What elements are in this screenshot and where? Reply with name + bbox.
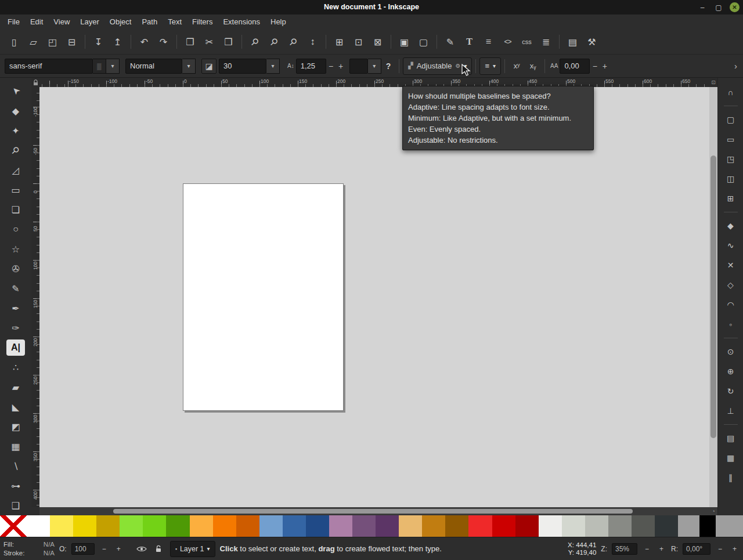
palette-swatch-4[interactable] (120, 515, 143, 537)
toolbar-text-dialog-button[interactable]: T (460, 32, 479, 51)
palette-swatch-5[interactable] (143, 515, 166, 537)
zoom-in-button[interactable]: + (657, 545, 666, 553)
font-preview-icon[interactable]: ▒ (93, 59, 106, 74)
minimize-button[interactable]: – (697, 2, 708, 13)
vertical-scrollbar[interactable] (709, 87, 717, 507)
snap-rotation-centers-toggle[interactable]: ↻ (723, 383, 739, 399)
snap-bbox-centers-toggle[interactable]: ⊞ (723, 190, 739, 207)
vertical-ruler[interactable]: -100-50050100150200250300350400 (31, 87, 40, 507)
toolbar-duplicate-button[interactable]: ⊞ (330, 32, 349, 51)
menu-edit[interactable]: Edit (25, 15, 48, 30)
snap-path-intersections-toggle[interactable]: ✕ (723, 257, 739, 273)
toolbar-ungroup-button[interactable]: ▢ (414, 32, 433, 51)
spiral-tool[interactable]: ✇ (6, 259, 26, 279)
connector-tool[interactable]: ⊶ (6, 476, 26, 496)
palette-swatch-11[interactable] (283, 515, 306, 537)
toolbar-copy-button[interactable]: ❐ (181, 32, 200, 51)
horizontal-scrollbar-thumb[interactable] (113, 509, 633, 514)
palette-swatch-2[interactable] (73, 515, 96, 537)
horizontal-ruler[interactable]: -150-100-5005010015020025030035040045050… (39, 78, 709, 88)
maximize-button[interactable]: ▢ (713, 2, 724, 13)
palette-swatch-black[interactable] (699, 515, 716, 537)
snap-cusp-nodes-toggle[interactable]: ◇ (723, 277, 739, 293)
palette-swatch-18[interactable] (445, 515, 468, 537)
letter-spacing-increase-button[interactable]: + (600, 62, 609, 71)
font-size-icon[interactable]: ◪ (201, 59, 217, 74)
font-size-dropdown[interactable]: ▾ (266, 59, 280, 74)
gradient-tool[interactable]: ◩ (6, 417, 26, 436)
palette-swatch-15[interactable] (376, 515, 399, 537)
palette-swatch-23[interactable] (562, 515, 585, 537)
zoom-out-button[interactable]: − (642, 545, 652, 553)
bucket-fill-tool[interactable]: ◣ (6, 397, 26, 417)
toolbar-export-button[interactable]: ↥ (108, 32, 127, 51)
rotation-input[interactable] (683, 543, 710, 555)
vertical-scrollbar-thumb[interactable] (710, 156, 716, 438)
layer-visibility-icon[interactable] (136, 545, 147, 552)
snap-paths-toggle[interactable]: ∿ (723, 237, 739, 254)
help-icon[interactable]: ? (386, 62, 391, 71)
ellipse-tool[interactable]: ○ (6, 219, 26, 239)
line-height-unit-dropdown[interactable]: ▾ (368, 59, 381, 74)
menu-filters[interactable]: Filters (187, 15, 218, 30)
snap-bbox-edge-midpoints-toggle[interactable]: ◫ (723, 171, 739, 187)
subscript-button[interactable]: xᵧ (525, 58, 541, 74)
toolbar-redo-button[interactable]: ↷ (154, 32, 173, 51)
menu-extensions[interactable]: Extensions (218, 15, 265, 30)
toolbar-cut-button[interactable]: ✂ (200, 32, 219, 51)
toolbar-xml-editor-button[interactable]: <> (498, 32, 517, 51)
palette-swatch-17[interactable] (422, 515, 445, 537)
snap-page-border-toggle[interactable]: ▤ (723, 430, 739, 446)
font-style-dropdown[interactable]: ▾ (182, 59, 196, 74)
ruler-toggle-icon[interactable]: ⊡ (709, 78, 717, 87)
text-tool[interactable]: A| (6, 339, 25, 356)
calligraphy-tool[interactable]: ✑ (6, 318, 26, 338)
palette-swatch-26[interactable] (632, 515, 655, 537)
toolbar-overflow-icon[interactable]: › (734, 61, 737, 71)
toolbar-save-button[interactable]: ◰ (43, 32, 62, 51)
opacity-increase-button[interactable]: + (114, 545, 124, 553)
menu-path[interactable]: Path (136, 15, 163, 30)
palette-swatch-8[interactable] (213, 515, 236, 537)
snap-smooth-nodes-toggle[interactable]: ◠ (723, 297, 739, 313)
toolbar-new-document-button[interactable]: ▯ (5, 32, 24, 51)
canvas[interactable] (39, 87, 709, 507)
toolbar-group-button[interactable]: ▣ (395, 32, 414, 51)
font-size-input[interactable] (219, 59, 266, 74)
snap-object-centers-toggle[interactable]: ⊕ (723, 363, 739, 380)
palette-swatch-1[interactable] (50, 515, 73, 537)
palette-swatch-20[interactable] (492, 515, 515, 537)
rotation-decrease-button[interactable]: − (715, 545, 725, 553)
snap-bbox-edges-toggle[interactable]: ▭ (723, 131, 739, 147)
font-family-input[interactable] (5, 59, 93, 74)
snap-nodes-toggle[interactable]: ◆ (723, 218, 739, 234)
palette-swatch-27[interactable] (655, 515, 678, 537)
guide-lock-icon[interactable] (31, 78, 39, 87)
palette-swatch-6[interactable] (166, 515, 189, 537)
palette-swatch-14[interactable] (352, 515, 376, 537)
menu-help[interactable]: Help (265, 15, 291, 30)
close-button[interactable]: ✕ (730, 2, 740, 12)
toolbar-import-button[interactable]: ↧ (89, 32, 108, 51)
menu-text[interactable]: Text (163, 15, 187, 30)
snap-line-midpoints-toggle[interactable]: ◦ (723, 316, 739, 333)
pencil-tool[interactable]: ✎ (6, 279, 26, 298)
box-3d-tool[interactable]: ❏ (6, 200, 26, 219)
color-managed-icon[interactable]: ◔ (709, 507, 717, 515)
pen-tool[interactable]: ✒ (6, 298, 26, 318)
fill-stroke-indicator[interactable]: Fill:N/A Stroke:N/A (3, 540, 55, 558)
line-height-unit-input[interactable] (349, 59, 368, 74)
dropper-tool[interactable]: ∖ (6, 456, 26, 476)
toolbar-layers-dialog-button[interactable]: ≡ (479, 32, 498, 51)
opacity-decrease-button[interactable]: − (99, 545, 109, 553)
toolbar-document-properties-button[interactable]: ▤ (563, 32, 582, 51)
palette-swatch-22[interactable] (539, 515, 562, 537)
menu-file[interactable]: File (2, 15, 25, 30)
snap-text-baselines-toggle[interactable]: ⊥ (723, 403, 739, 419)
spray-tool[interactable]: ∴ (6, 357, 26, 377)
palette-swatch-24[interactable] (585, 515, 608, 537)
letter-spacing-decrease-button[interactable]: − (590, 62, 600, 71)
text-align-dropdown[interactable]: ≡ ▾ (479, 57, 501, 75)
toolbar-align-distribute-dialog-button[interactable]: ≣ (536, 32, 556, 51)
palette-swatch-7[interactable] (190, 515, 213, 537)
